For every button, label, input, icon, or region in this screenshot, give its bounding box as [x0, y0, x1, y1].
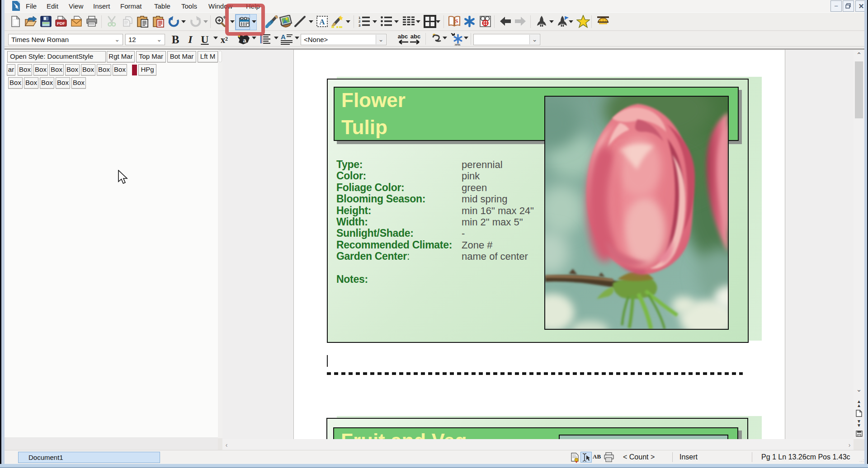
svg-text:a: a: [243, 37, 246, 44]
svg-text:3: 3: [359, 23, 361, 28]
svg-text:2: 2: [359, 19, 361, 23]
svg-text:S: S: [455, 18, 458, 24]
svg-text:abc: abc: [398, 33, 408, 40]
svg-text:PDF: PDF: [57, 21, 66, 26]
svg-text:A: A: [319, 18, 325, 26]
svg-text:abc: abc: [410, 33, 420, 40]
svg-text:A: A: [281, 33, 286, 41]
svg-text:.ww.: .ww.: [454, 42, 461, 46]
